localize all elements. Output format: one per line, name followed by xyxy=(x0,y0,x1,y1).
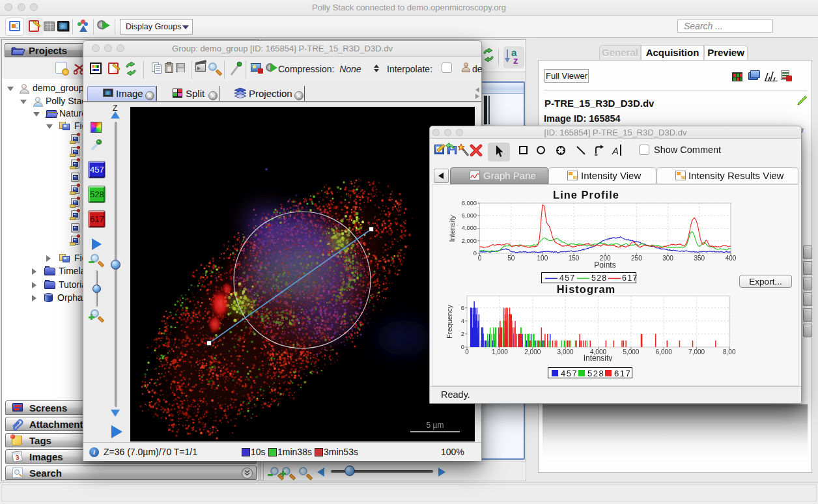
svg-text:0: 0 xyxy=(465,348,469,356)
svg-text:8,000: 8,000 xyxy=(462,200,477,206)
svg-text:6: 6 xyxy=(461,305,464,311)
svg-text:2: 2 xyxy=(461,331,464,337)
svg-text:Points: Points xyxy=(594,260,615,268)
svg-text:2,000: 2,000 xyxy=(524,348,541,356)
svg-text:2,000: 2,000 xyxy=(462,238,477,244)
svg-text:Intensity: Intensity xyxy=(448,215,456,242)
svg-text:5 µm: 5 µm xyxy=(427,421,444,430)
svg-text:5,000: 5,000 xyxy=(623,348,639,356)
svg-text:250: 250 xyxy=(631,255,642,262)
svg-text:0: 0 xyxy=(473,250,477,257)
svg-text:4: 4 xyxy=(461,318,464,324)
svg-text:Intensity: Intensity xyxy=(584,354,613,361)
svg-text:3,000: 3,000 xyxy=(557,348,574,356)
svg-text:1,000: 1,000 xyxy=(492,348,508,356)
svg-text:8,00: 8,00 xyxy=(723,348,736,356)
svg-text:6,000: 6,000 xyxy=(656,348,672,356)
svg-text:50: 50 xyxy=(507,255,515,262)
svg-text:400: 400 xyxy=(726,255,737,262)
svg-text:0: 0 xyxy=(461,344,464,350)
svg-text:0: 0 xyxy=(478,255,482,262)
svg-text:Frequency: Frequency xyxy=(447,305,453,339)
svg-text:100: 100 xyxy=(537,255,548,262)
svg-text:300: 300 xyxy=(662,255,673,262)
svg-text:6,000: 6,000 xyxy=(462,212,477,219)
svg-text:7,000: 7,000 xyxy=(688,348,705,356)
svg-text:350: 350 xyxy=(694,255,705,262)
svg-text:4,000: 4,000 xyxy=(462,225,477,231)
svg-text:150: 150 xyxy=(569,255,580,262)
